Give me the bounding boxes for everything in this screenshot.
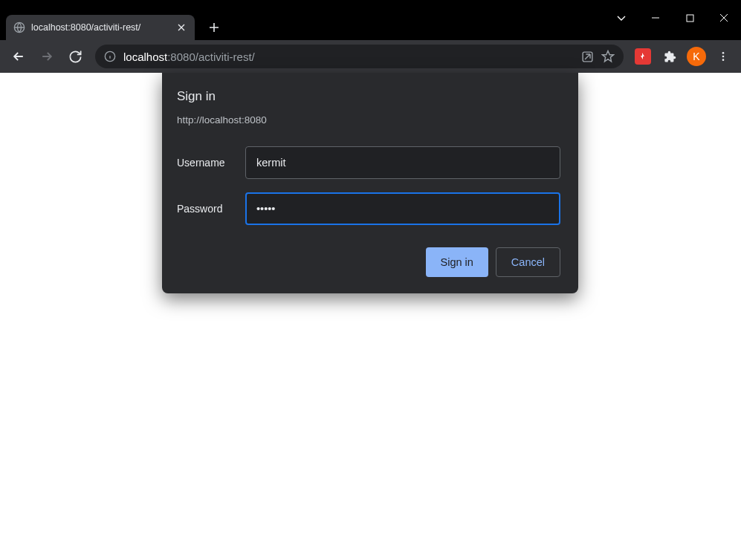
cancel-button[interactable]: Cancel [496,247,560,277]
auth-dialog: Sign in http://localhost:8080 Username P… [162,73,578,293]
forward-button[interactable] [34,44,59,69]
signin-button[interactable]: Sign in [426,247,488,277]
browser-tab[interactable]: localhost:8080/activiti-rest/ [6,15,195,40]
svg-rect-1 [687,15,693,22]
url-path: /activiti-rest/ [195,51,255,63]
profile-avatar[interactable]: K [686,46,707,67]
svg-point-5 [722,56,725,58]
svg-point-6 [722,59,725,61]
titlebar [0,0,741,6]
share-icon[interactable] [581,51,594,63]
username-input[interactable] [245,146,560,179]
toolbar: localhost:8080/activiti-rest/ K [0,40,741,73]
globe-icon [13,22,25,33]
url-port: :8080 [167,51,195,63]
auth-origin: http://localhost:8080 [177,114,560,126]
menu-icon[interactable] [713,46,734,67]
tab-strip: localhost:8080/activiti-rest/ [0,6,741,40]
tab-title: localhost:8080/activiti-rest/ [31,22,169,33]
bookmark-icon[interactable] [601,50,615,63]
window-controls [604,6,741,30]
password-label: Password [177,203,245,215]
adblock-extension-icon[interactable] [632,46,653,67]
svg-point-4 [722,52,725,54]
close-tab-icon[interactable] [175,22,187,33]
new-tab-button[interactable] [204,17,224,38]
avatar-initial: K [687,47,706,66]
url-text: localhost:8080/activiti-rest/ [123,51,574,63]
username-label: Username [177,157,245,169]
password-input[interactable] [245,192,560,225]
minimize-button[interactable] [638,6,673,30]
auth-title: Sign in [177,89,560,104]
close-window-button[interactable] [707,6,741,30]
dropdown-icon[interactable] [604,6,638,30]
extensions-icon[interactable] [659,46,680,67]
back-button[interactable] [6,44,31,69]
address-bar[interactable]: localhost:8080/activiti-rest/ [95,45,624,68]
url-host: localhost [123,51,167,63]
page-content: Sign in http://localhost:8080 Username P… [0,73,741,560]
maximize-button[interactable] [673,6,707,30]
site-info-icon[interactable] [104,51,116,62]
reload-button[interactable] [62,44,88,69]
